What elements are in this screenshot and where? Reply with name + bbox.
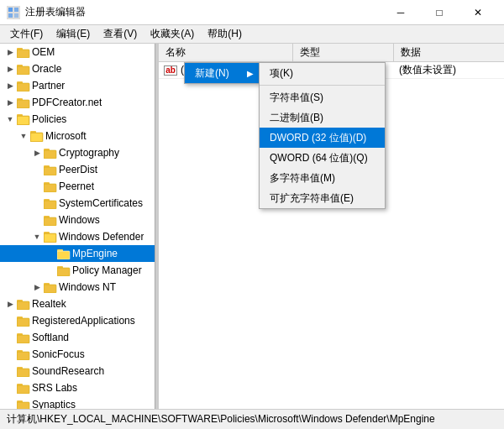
svg-rect-3 (14, 13, 18, 18)
node-label-systemcerts: SystemCertificates (59, 197, 143, 209)
menu-view[interactable]: 查看(V) (97, 25, 144, 43)
tree-node-microsoft[interactable]: ▼ Microsoft (0, 128, 155, 144)
svg-rect-30 (44, 184, 56, 192)
svg-rect-24 (44, 150, 56, 159)
folder-icon-srslabs (17, 381, 30, 395)
folder-icon-windowsdefender (44, 230, 57, 243)
folder-icon-cryptography (44, 146, 57, 160)
submenu-item-binary[interactable]: 二进制值(B) (260, 107, 385, 128)
svg-rect-10 (17, 83, 29, 92)
menu-help[interactable]: 帮助(H) (201, 25, 249, 43)
tree-node-windowsnt[interactable]: ▶ Windows NT (0, 279, 155, 296)
svg-rect-31 (44, 182, 50, 185)
menu-favorites[interactable]: 收藏夹(A) (144, 25, 201, 43)
expander-pdfcreator: ▶ (3, 96, 17, 109)
tree-node-systemcerts[interactable]: ▶ SystemCertificates (0, 195, 155, 212)
status-text: 计算机\HKEY_LOCAL_MACHINE\SOFTWARE\Policies… (7, 412, 435, 426)
svg-rect-50 (44, 283, 50, 285)
minimize-button[interactable]: ─ (381, 0, 420, 25)
tree-node-policies[interactable]: ▼ Policies (0, 111, 155, 128)
svg-rect-34 (44, 199, 50, 201)
col-header-type[interactable]: 类型 (293, 44, 394, 61)
menu-edit[interactable]: 编辑(E) (50, 25, 97, 43)
submenu-item-multistring[interactable]: 多字符串值(M) (260, 168, 385, 188)
svg-rect-49 (44, 285, 56, 293)
tree-node-oracle[interactable]: ▶ Oracle (0, 60, 155, 77)
col-header-name[interactable]: 名称 (159, 44, 293, 61)
node-label-microsoft: Microsoft (45, 130, 87, 142)
node-label-peernet: Peernet (59, 180, 94, 192)
node-label-windows: Windows (59, 214, 100, 226)
app-icon (7, 6, 20, 19)
submenu-string-label: 字符串值(S) (270, 91, 323, 105)
tree-node-softland[interactable]: ▶ Softland (0, 329, 155, 346)
menu-file[interactable]: 文件(F) (3, 25, 50, 43)
folder-icon-partner (17, 79, 30, 92)
svg-rect-1 (14, 8, 18, 12)
submenu-item-dword[interactable]: DWORD (32 位值)(D) (260, 128, 385, 148)
cell-type: REG_SZ (293, 62, 394, 78)
folder-icon-realtek (17, 297, 30, 311)
svg-rect-28 (44, 165, 50, 168)
tree-panel[interactable]: ▶ OEM ▶ Oracle ▶ Partner ▶ PDFCre (0, 44, 155, 409)
svg-rect-46 (57, 268, 70, 276)
tree-node-synaptics[interactable]: ▶ Synaptics (0, 396, 155, 409)
folder-icon-synaptics (17, 398, 30, 409)
registry-value-icon: ab (164, 65, 177, 76)
submenu-item-expandstring[interactable]: 可扩充字符串值(E) (260, 188, 385, 208)
tree-node-peernet[interactable]: ▶ Peernet (0, 178, 155, 195)
svg-rect-62 (17, 350, 23, 353)
svg-rect-4 (17, 50, 29, 58)
node-label-regapps: RegisteredApplications (32, 315, 135, 327)
node-label-policies: Policies (32, 113, 66, 125)
svg-rect-58 (17, 335, 29, 343)
node-label-windowsnt: Windows NT (59, 281, 116, 293)
tree-node-cryptography[interactable]: ▶ Cryptography (0, 144, 155, 161)
svg-rect-22 (31, 133, 42, 141)
tree-node-oem[interactable]: ▶ OEM (0, 44, 155, 60)
folder-icon-regapps (17, 314, 30, 327)
folder-icon-oem (17, 45, 30, 59)
tree-node-partner[interactable]: ▶ Partner (0, 77, 155, 94)
node-label-windowsdefender: Windows Defender (59, 231, 144, 243)
folder-icon-soundresearch (17, 364, 30, 378)
svg-rect-55 (17, 318, 29, 327)
folder-icon-policies (17, 112, 30, 126)
svg-rect-61 (17, 352, 29, 360)
svg-rect-53 (17, 300, 23, 302)
expander-realtek: ▶ (3, 297, 17, 311)
svg-rect-56 (17, 317, 23, 319)
tree-node-realtek[interactable]: ▶ Realtek (0, 296, 155, 312)
tree-node-soundresearch[interactable]: ▶ SoundResearch (0, 363, 155, 379)
svg-rect-52 (17, 301, 29, 310)
tree-node-windows[interactable]: ▶ Windows (0, 212, 155, 228)
node-label-realtek: Realtek (32, 298, 66, 310)
submenu-item-string[interactable]: 字符串值(S) (260, 87, 385, 107)
node-label-oracle: Oracle (32, 63, 61, 75)
close-button[interactable]: ✕ (459, 0, 497, 25)
col-header-data[interactable]: 数据 (394, 44, 504, 61)
svg-rect-2 (8, 13, 13, 18)
value-name: (默认) (181, 63, 207, 77)
tree-node-mpengine[interactable]: ▶ MpEngine (0, 245, 155, 262)
svg-rect-18 (18, 117, 29, 124)
node-label-oem: OEM (32, 46, 55, 58)
tree-node-policymanager[interactable]: ▶ Policy Manager (0, 262, 155, 279)
table-row[interactable]: ab (默认) REG_SZ (数值未设置) (159, 62, 504, 79)
tree-node-peerdist[interactable]: ▶ PeerDist (0, 161, 155, 178)
node-label-pdfcreator: PDFCreator.net (32, 97, 102, 108)
menu-bar: 文件(F) 编辑(E) 查看(V) 收藏夹(A) 帮助(H) (0, 25, 504, 44)
tree-node-windowsdefender[interactable]: ▼ Windows Defender (0, 228, 155, 245)
svg-rect-43 (57, 251, 70, 259)
tree-node-regapps[interactable]: ▶ RegisteredApplications (0, 312, 155, 329)
svg-rect-36 (44, 217, 56, 226)
submenu-item-qword[interactable]: QWORD (64 位值)(Q) (260, 148, 385, 168)
folder-icon-systemcerts (44, 196, 57, 210)
svg-rect-65 (17, 367, 23, 369)
svg-rect-59 (17, 333, 23, 336)
maximize-button[interactable]: □ (420, 0, 459, 25)
tree-node-pdfcreator[interactable]: ▶ PDFCreator.net (0, 94, 155, 111)
tree-node-srslabs[interactable]: ▶ SRS Labs (0, 379, 155, 396)
tree-node-sonicfocus[interactable]: ▶ SonicFocus (0, 346, 155, 363)
submenu-separator (260, 85, 385, 86)
